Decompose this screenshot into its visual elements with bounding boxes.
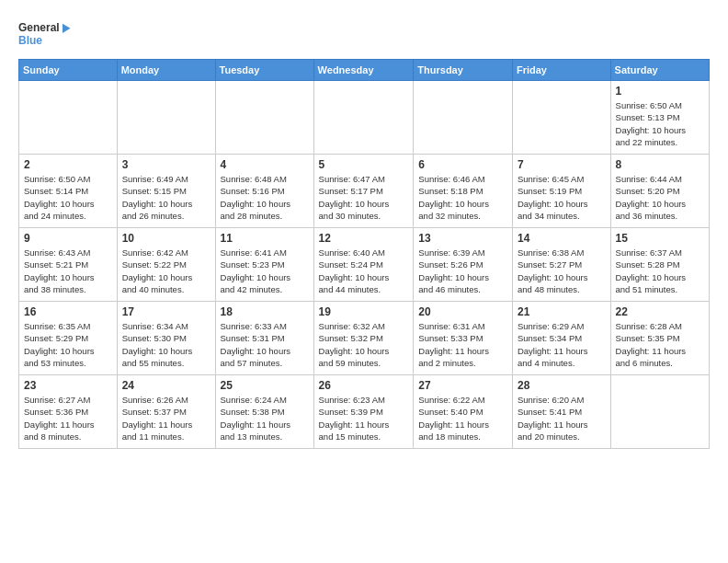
calendar-cell: 18Sunrise: 6:33 AM Sunset: 5:31 PM Dayli… bbox=[215, 302, 313, 375]
day-info: Sunrise: 6:29 AM Sunset: 5:34 PM Dayligh… bbox=[518, 320, 606, 369]
day-number: 1 bbox=[616, 85, 704, 98]
calendar-cell bbox=[215, 81, 313, 155]
day-info: Sunrise: 6:41 AM Sunset: 5:23 PM Dayligh… bbox=[221, 247, 309, 295]
calendar-cell: 25Sunrise: 6:24 AM Sunset: 5:38 PM Dayli… bbox=[215, 375, 313, 449]
day-number: 8 bbox=[616, 158, 704, 171]
day-info: Sunrise: 6:50 AM Sunset: 5:13 PM Dayligh… bbox=[616, 99, 704, 148]
weekday-header-row: SundayMondayTuesdayWednesdayThursdayFrid… bbox=[19, 60, 710, 81]
day-number: 16 bbox=[24, 305, 112, 318]
day-info: Sunrise: 6:27 AM Sunset: 5:36 PM Dayligh… bbox=[24, 394, 112, 442]
calendar-cell: 26Sunrise: 6:23 AM Sunset: 5:39 PM Dayli… bbox=[313, 375, 414, 449]
calendar-cell: 12Sunrise: 6:40 AM Sunset: 5:24 PM Dayli… bbox=[313, 228, 414, 302]
day-number: 4 bbox=[221, 158, 309, 171]
day-number: 5 bbox=[319, 158, 409, 171]
calendar-cell: 21Sunrise: 6:29 AM Sunset: 5:34 PM Dayli… bbox=[512, 302, 610, 375]
logo: GeneralBlue bbox=[18, 15, 74, 52]
calendar-cell: 13Sunrise: 6:39 AM Sunset: 5:26 PM Dayli… bbox=[414, 228, 513, 302]
day-number: 15 bbox=[616, 232, 704, 245]
calendar-cell: 17Sunrise: 6:34 AM Sunset: 5:30 PM Dayli… bbox=[117, 302, 215, 375]
calendar-cell: 10Sunrise: 6:42 AM Sunset: 5:22 PM Dayli… bbox=[117, 228, 215, 302]
day-info: Sunrise: 6:32 AM Sunset: 5:32 PM Dayligh… bbox=[319, 320, 409, 369]
week-row-1: 2Sunrise: 6:50 AM Sunset: 5:14 PM Daylig… bbox=[19, 155, 710, 228]
weekday-header-sunday: Sunday bbox=[19, 60, 118, 81]
day-number: 11 bbox=[221, 232, 309, 245]
calendar-cell bbox=[313, 81, 414, 155]
day-info: Sunrise: 6:26 AM Sunset: 5:37 PM Dayligh… bbox=[122, 394, 210, 442]
day-number: 12 bbox=[319, 232, 409, 245]
day-number: 28 bbox=[518, 379, 606, 392]
day-number: 14 bbox=[518, 232, 606, 245]
day-number: 18 bbox=[221, 305, 309, 318]
day-info: Sunrise: 6:39 AM Sunset: 5:26 PM Dayligh… bbox=[418, 247, 507, 295]
day-number: 3 bbox=[122, 158, 210, 171]
day-info: Sunrise: 6:23 AM Sunset: 5:39 PM Dayligh… bbox=[319, 394, 409, 442]
calendar-cell bbox=[512, 81, 610, 155]
day-number: 25 bbox=[221, 379, 309, 392]
calendar-cell bbox=[117, 81, 215, 155]
calendar-cell: 15Sunrise: 6:37 AM Sunset: 5:28 PM Dayli… bbox=[610, 228, 709, 302]
calendar-cell: 16Sunrise: 6:35 AM Sunset: 5:29 PM Dayli… bbox=[19, 302, 118, 375]
calendar-cell: 27Sunrise: 6:22 AM Sunset: 5:40 PM Dayli… bbox=[414, 375, 513, 449]
calendar-table: SundayMondayTuesdayWednesdayThursdayFrid… bbox=[18, 59, 710, 449]
calendar-cell bbox=[19, 81, 118, 155]
calendar-cell: 7Sunrise: 6:45 AM Sunset: 5:19 PM Daylig… bbox=[512, 155, 610, 228]
svg-text:General: General bbox=[18, 21, 60, 34]
day-number: 21 bbox=[518, 305, 606, 318]
calendar-cell: 19Sunrise: 6:32 AM Sunset: 5:32 PM Dayli… bbox=[313, 302, 414, 375]
calendar-cell: 6Sunrise: 6:46 AM Sunset: 5:18 PM Daylig… bbox=[414, 155, 513, 228]
day-info: Sunrise: 6:33 AM Sunset: 5:31 PM Dayligh… bbox=[221, 320, 309, 369]
calendar-cell: 9Sunrise: 6:43 AM Sunset: 5:21 PM Daylig… bbox=[19, 228, 118, 302]
day-number: 27 bbox=[418, 379, 507, 392]
day-number: 2 bbox=[24, 158, 112, 171]
day-number: 19 bbox=[319, 305, 409, 318]
day-info: Sunrise: 6:40 AM Sunset: 5:24 PM Dayligh… bbox=[319, 247, 409, 295]
day-info: Sunrise: 6:34 AM Sunset: 5:30 PM Dayligh… bbox=[122, 320, 210, 369]
day-info: Sunrise: 6:38 AM Sunset: 5:27 PM Dayligh… bbox=[518, 247, 606, 295]
day-info: Sunrise: 6:22 AM Sunset: 5:40 PM Dayligh… bbox=[418, 394, 507, 442]
day-info: Sunrise: 6:20 AM Sunset: 5:41 PM Dayligh… bbox=[518, 394, 606, 442]
day-info: Sunrise: 6:24 AM Sunset: 5:38 PM Dayligh… bbox=[221, 394, 309, 442]
weekday-header-saturday: Saturday bbox=[610, 60, 709, 81]
day-number: 7 bbox=[518, 158, 606, 171]
day-number: 10 bbox=[122, 232, 210, 245]
day-number: 17 bbox=[122, 305, 210, 318]
day-number: 9 bbox=[24, 232, 112, 245]
day-info: Sunrise: 6:31 AM Sunset: 5:33 PM Dayligh… bbox=[418, 320, 507, 369]
day-number: 22 bbox=[616, 305, 704, 318]
weekday-header-thursday: Thursday bbox=[414, 60, 513, 81]
day-info: Sunrise: 6:45 AM Sunset: 5:19 PM Dayligh… bbox=[518, 173, 606, 222]
calendar-cell: 22Sunrise: 6:28 AM Sunset: 5:35 PM Dayli… bbox=[610, 302, 709, 375]
day-number: 26 bbox=[319, 379, 409, 392]
calendar-cell: 4Sunrise: 6:48 AM Sunset: 5:16 PM Daylig… bbox=[215, 155, 313, 228]
week-row-3: 16Sunrise: 6:35 AM Sunset: 5:29 PM Dayli… bbox=[19, 302, 710, 375]
calendar-cell: 14Sunrise: 6:38 AM Sunset: 5:27 PM Dayli… bbox=[512, 228, 610, 302]
weekday-header-tuesday: Tuesday bbox=[215, 60, 313, 81]
svg-text:Blue: Blue bbox=[18, 34, 42, 47]
day-number: 24 bbox=[122, 379, 210, 392]
calendar-cell: 3Sunrise: 6:49 AM Sunset: 5:15 PM Daylig… bbox=[117, 155, 215, 228]
day-number: 23 bbox=[24, 379, 112, 392]
calendar-cell: 23Sunrise: 6:27 AM Sunset: 5:36 PM Dayli… bbox=[19, 375, 118, 449]
calendar-cell bbox=[610, 375, 709, 449]
header: GeneralBlue bbox=[18, 15, 710, 52]
day-info: Sunrise: 6:44 AM Sunset: 5:20 PM Dayligh… bbox=[616, 173, 704, 222]
week-row-4: 23Sunrise: 6:27 AM Sunset: 5:36 PM Dayli… bbox=[19, 375, 710, 449]
week-row-2: 9Sunrise: 6:43 AM Sunset: 5:21 PM Daylig… bbox=[19, 228, 710, 302]
day-number: 13 bbox=[418, 232, 507, 245]
day-info: Sunrise: 6:46 AM Sunset: 5:18 PM Dayligh… bbox=[418, 173, 507, 222]
weekday-header-wednesday: Wednesday bbox=[313, 60, 414, 81]
day-info: Sunrise: 6:28 AM Sunset: 5:35 PM Dayligh… bbox=[616, 320, 704, 369]
calendar-cell: 24Sunrise: 6:26 AM Sunset: 5:37 PM Dayli… bbox=[117, 375, 215, 449]
calendar-cell: 28Sunrise: 6:20 AM Sunset: 5:41 PM Dayli… bbox=[512, 375, 610, 449]
svg-marker-2 bbox=[63, 24, 71, 33]
day-info: Sunrise: 6:37 AM Sunset: 5:28 PM Dayligh… bbox=[616, 247, 704, 295]
day-number: 20 bbox=[418, 305, 507, 318]
calendar-cell: 8Sunrise: 6:44 AM Sunset: 5:20 PM Daylig… bbox=[610, 155, 709, 228]
page: GeneralBlue SundayMondayTuesdayWednesday… bbox=[0, 0, 728, 563]
week-row-0: 1Sunrise: 6:50 AM Sunset: 5:13 PM Daylig… bbox=[19, 81, 710, 155]
calendar-cell bbox=[414, 81, 513, 155]
day-info: Sunrise: 6:43 AM Sunset: 5:21 PM Dayligh… bbox=[24, 247, 112, 295]
day-info: Sunrise: 6:49 AM Sunset: 5:15 PM Dayligh… bbox=[122, 173, 210, 222]
weekday-header-monday: Monday bbox=[117, 60, 215, 81]
day-number: 6 bbox=[418, 158, 507, 171]
